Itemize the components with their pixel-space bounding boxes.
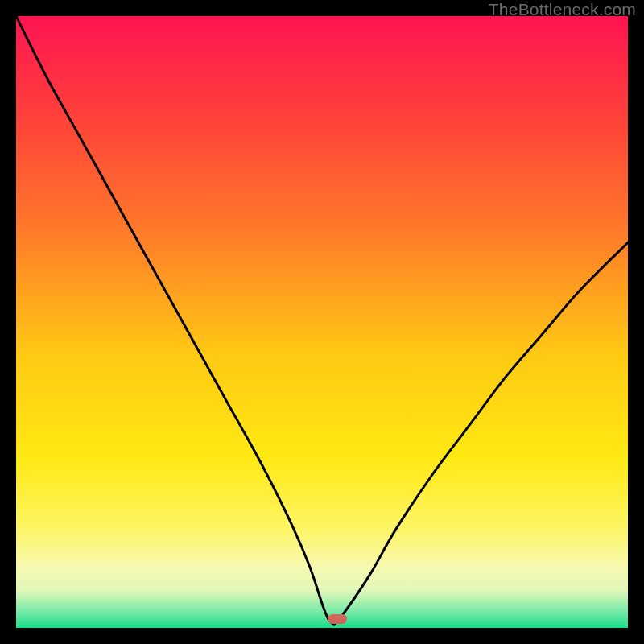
bottleneck-curve bbox=[16, 16, 628, 628]
optimal-point-marker bbox=[328, 614, 347, 624]
plot-area bbox=[16, 16, 628, 628]
chart-frame: TheBottleneck.com bbox=[0, 0, 644, 644]
